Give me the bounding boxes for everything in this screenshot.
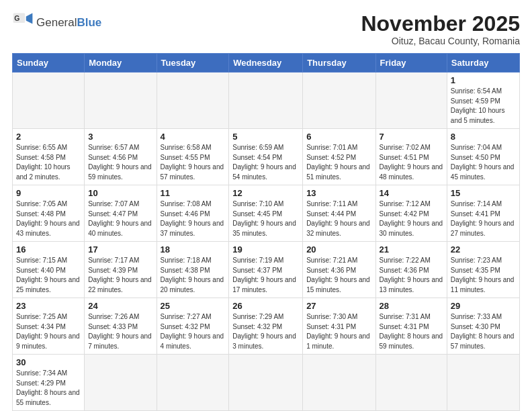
calendar-table: Sunday Monday Tuesday Wednesday Thursday…	[12, 53, 520, 411]
calendar-cell	[13, 73, 85, 129]
calendar-cell: 16Sunrise: 7:15 AMSunset: 4:40 PMDayligh…	[13, 242, 85, 298]
day-info: Sunrise: 7:07 AMSunset: 4:47 PMDaylight:…	[88, 199, 152, 238]
calendar-row-3: 16Sunrise: 7:15 AMSunset: 4:40 PMDayligh…	[13, 242, 520, 298]
calendar-cell: 28Sunrise: 7:31 AMSunset: 4:31 PMDayligh…	[375, 298, 447, 355]
svg-text:G: G	[14, 15, 19, 22]
calendar-cell: 19Sunrise: 7:19 AMSunset: 4:37 PMDayligh…	[229, 242, 303, 298]
day-number: 10	[88, 188, 152, 198]
calendar-cell	[229, 73, 303, 129]
calendar-cell: 15Sunrise: 7:14 AMSunset: 4:41 PMDayligh…	[447, 185, 519, 242]
calendar-cell	[447, 355, 519, 411]
day-number: 13	[306, 188, 371, 198]
day-number: 3	[88, 132, 152, 142]
day-number: 18	[161, 244, 226, 255]
calendar-cell: 24Sunrise: 7:26 AMSunset: 4:33 PMDayligh…	[85, 298, 157, 355]
day-info: Sunrise: 7:29 AMSunset: 4:32 PMDaylight:…	[232, 312, 299, 351]
calendar-cell	[157, 73, 229, 129]
day-number: 24	[88, 301, 152, 311]
col-tuesday: Tuesday	[157, 54, 229, 73]
col-thursday: Thursday	[303, 54, 375, 73]
day-number: 7	[380, 132, 443, 142]
calendar-cell: 20Sunrise: 7:21 AMSunset: 4:36 PMDayligh…	[303, 242, 375, 298]
day-info: Sunrise: 7:30 AMSunset: 4:31 PMDaylight:…	[306, 312, 371, 351]
calendar-cell	[303, 355, 375, 411]
day-info: Sunrise: 7:26 AMSunset: 4:33 PMDaylight:…	[88, 312, 152, 351]
day-info: Sunrise: 7:01 AMSunset: 4:52 PMDaylight:…	[306, 143, 371, 182]
calendar-row-2: 9Sunrise: 7:05 AMSunset: 4:48 PMDaylight…	[13, 185, 520, 242]
day-info: Sunrise: 7:04 AMSunset: 4:50 PMDaylight:…	[451, 143, 516, 182]
calendar-row-1: 2Sunrise: 6:55 AMSunset: 4:58 PMDaylight…	[13, 129, 520, 185]
calendar-subtitle: Oituz, Bacau County, Romania	[361, 36, 520, 46]
col-sunday: Sunday	[13, 54, 85, 73]
logo-general: General	[36, 16, 77, 29]
calendar-cell: 6Sunrise: 7:01 AMSunset: 4:52 PMDaylight…	[303, 129, 375, 185]
logo: G GeneralBlue	[12, 12, 101, 34]
day-number: 17	[88, 244, 152, 255]
day-info: Sunrise: 7:27 AMSunset: 4:32 PMDaylight:…	[161, 312, 226, 351]
day-number: 23	[16, 301, 81, 311]
day-info: Sunrise: 7:34 AMSunset: 4:29 PMDaylight:…	[16, 369, 81, 408]
calendar-cell: 4Sunrise: 6:58 AMSunset: 4:55 PMDaylight…	[157, 129, 229, 185]
calendar-cell	[375, 73, 447, 129]
day-number: 26	[232, 301, 299, 311]
day-info: Sunrise: 6:57 AMSunset: 4:56 PMDaylight:…	[88, 143, 152, 182]
calendar-cell: 12Sunrise: 7:10 AMSunset: 4:45 PMDayligh…	[229, 185, 303, 242]
calendar-cell: 7Sunrise: 7:02 AMSunset: 4:51 PMDaylight…	[375, 129, 447, 185]
calendar-cell: 18Sunrise: 7:18 AMSunset: 4:38 PMDayligh…	[157, 242, 229, 298]
calendar-cell: 26Sunrise: 7:29 AMSunset: 4:32 PMDayligh…	[229, 298, 303, 355]
day-info: Sunrise: 7:11 AMSunset: 4:44 PMDaylight:…	[306, 199, 371, 238]
day-number: 15	[451, 188, 516, 198]
day-info: Sunrise: 6:59 AMSunset: 4:54 PMDaylight:…	[232, 143, 299, 182]
col-saturday: Saturday	[447, 54, 519, 73]
calendar-cell	[85, 355, 157, 411]
col-wednesday: Wednesday	[229, 54, 303, 73]
col-friday: Friday	[375, 54, 447, 73]
calendar-cell	[375, 355, 447, 411]
calendar-cell: 1Sunrise: 6:54 AMSunset: 4:59 PMDaylight…	[447, 73, 519, 129]
calendar-cell	[303, 73, 375, 129]
logo-text: GeneralBlue	[36, 17, 101, 30]
day-info: Sunrise: 7:02 AMSunset: 4:51 PMDaylight:…	[380, 143, 443, 182]
day-info: Sunrise: 7:31 AMSunset: 4:31 PMDaylight:…	[380, 312, 443, 351]
calendar-cell: 21Sunrise: 7:22 AMSunset: 4:36 PMDayligh…	[375, 242, 447, 298]
logo-blue: Blue	[77, 16, 101, 29]
day-number: 25	[161, 301, 226, 311]
day-info: Sunrise: 7:15 AMSunset: 4:40 PMDaylight:…	[16, 256, 81, 295]
day-info: Sunrise: 7:12 AMSunset: 4:42 PMDaylight:…	[380, 199, 443, 238]
calendar-row-5: 30Sunrise: 7:34 AMSunset: 4:29 PMDayligh…	[13, 355, 520, 411]
day-info: Sunrise: 7:33 AMSunset: 4:30 PMDaylight:…	[451, 312, 516, 351]
calendar-cell: 8Sunrise: 7:04 AMSunset: 4:50 PMDaylight…	[447, 129, 519, 185]
day-number: 4	[161, 132, 226, 142]
title-area: November 2025 Oituz, Bacau County, Roman…	[361, 12, 520, 46]
day-info: Sunrise: 7:22 AMSunset: 4:36 PMDaylight:…	[380, 256, 443, 295]
day-number: 8	[451, 132, 516, 142]
calendar-cell	[157, 355, 229, 411]
day-number: 22	[451, 244, 516, 255]
calendar-cell: 23Sunrise: 7:25 AMSunset: 4:34 PMDayligh…	[13, 298, 85, 355]
day-info: Sunrise: 7:21 AMSunset: 4:36 PMDaylight:…	[306, 256, 371, 295]
day-number: 14	[380, 188, 443, 198]
page: G GeneralBlue November 2025 Oituz, Bacau…	[0, 0, 532, 411]
day-info: Sunrise: 7:08 AMSunset: 4:46 PMDaylight:…	[161, 199, 226, 238]
day-info: Sunrise: 7:25 AMSunset: 4:34 PMDaylight:…	[16, 312, 81, 351]
calendar-cell: 29Sunrise: 7:33 AMSunset: 4:30 PMDayligh…	[447, 298, 519, 355]
calendar-cell: 25Sunrise: 7:27 AMSunset: 4:32 PMDayligh…	[157, 298, 229, 355]
calendar-row-0: 1Sunrise: 6:54 AMSunset: 4:59 PMDaylight…	[13, 73, 520, 129]
day-info: Sunrise: 7:17 AMSunset: 4:39 PMDaylight:…	[88, 256, 152, 295]
calendar-cell: 2Sunrise: 6:55 AMSunset: 4:58 PMDaylight…	[13, 129, 85, 185]
day-info: Sunrise: 6:54 AMSunset: 4:59 PMDaylight:…	[451, 87, 516, 126]
day-number: 20	[306, 244, 371, 255]
day-number: 16	[16, 244, 81, 255]
day-info: Sunrise: 6:58 AMSunset: 4:55 PMDaylight:…	[161, 143, 226, 182]
day-number: 9	[16, 188, 81, 198]
day-number: 6	[306, 132, 371, 142]
calendar-cell: 13Sunrise: 7:11 AMSunset: 4:44 PMDayligh…	[303, 185, 375, 242]
calendar-cell: 10Sunrise: 7:07 AMSunset: 4:47 PMDayligh…	[85, 185, 157, 242]
day-info: Sunrise: 7:14 AMSunset: 4:41 PMDaylight:…	[451, 199, 516, 238]
calendar-cell: 27Sunrise: 7:30 AMSunset: 4:31 PMDayligh…	[303, 298, 375, 355]
calendar-cell: 14Sunrise: 7:12 AMSunset: 4:42 PMDayligh…	[375, 185, 447, 242]
day-number: 30	[16, 357, 81, 367]
day-number: 28	[380, 301, 443, 311]
header: G GeneralBlue November 2025 Oituz, Bacau…	[12, 12, 520, 46]
day-number: 27	[306, 301, 371, 311]
